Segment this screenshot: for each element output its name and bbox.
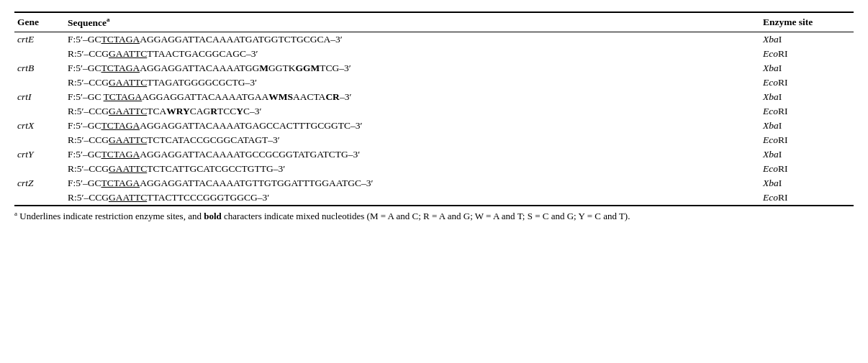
table-row-crtI: crtI F:5′–GC TCTAGAAGGAGGATTACAAAATGAAWM…: [14, 90, 854, 104]
enzyme-crtI-R: EcoRI: [760, 104, 854, 119]
header-gene: Gene: [14, 12, 65, 32]
table-row-crtE: crtE F:5′–GCTCTAGAAGGAGGATTACAAAATGATGGT…: [14, 32, 854, 47]
seq-crtZ-F: F:5′–GCTCTAGAAGGAGGATTACAAAATGTTGTGGATTT…: [65, 176, 760, 190]
enzyme-crtX-F: XbaI: [760, 119, 854, 133]
seq-crtY-F: F:5′–GCTCTAGAAGGAGGATTACAAAATGCCGCGGTATG…: [65, 147, 760, 162]
primers-table: Gene Sequencea Enzyme site crtE F:5′–GCT…: [14, 12, 854, 206]
gene-crtE: crtE: [14, 32, 65, 61]
table-row-crtB-R: R:5′–CCGGAATTCTTAGATGGGGCGCTG–3′ EcoRI: [14, 75, 854, 90]
enzyme-crtE-R: EcoRI: [760, 47, 854, 61]
gene-crtI: crtI: [14, 90, 65, 119]
table-row-crtY: crtY F:5′–GCTCTAGAAGGAGGATTACAAAATGCCGCG…: [14, 147, 854, 162]
seq-crtB-F: F:5′–GCTCTAGAAGGAGGATTACAAAATGGMGGTKGGMT…: [65, 61, 760, 75]
enzyme-crtB-F: XbaI: [760, 61, 854, 75]
enzyme-crtY-R: EcoRI: [760, 162, 854, 176]
seq-crtE-R: R:5′–CCGGAATTCTTAACTGACGGCAGC–3′: [65, 47, 760, 61]
gene-crtY: crtY: [14, 147, 65, 176]
gene-crtZ: crtZ: [14, 176, 65, 206]
seq-crtB-R: R:5′–CCGGAATTCTTAGATGGGGCGCTG–3′: [65, 75, 760, 90]
seq-crtX-R: R:5′–CCGGAATTCTCTCATACCGCGGCATAGT–3′: [65, 133, 760, 147]
header-sequence: Sequencea: [65, 12, 760, 32]
footnote-marker: a: [14, 210, 17, 217]
seq-crtE-F: F:5′–GCTCTAGAAGGAGGATTACAAAATGATGGTCTGCG…: [65, 32, 760, 47]
enzyme-crtZ-R: EcoRI: [760, 190, 854, 206]
table-row-crtI-R: R:5′–CCGGAATTCTCAWRYCAGRTCCYC–3′ EcoRI: [14, 104, 854, 119]
footnote-text: Underlines indicate restriction enzyme s…: [19, 211, 630, 221]
seq-crtY-R: R:5′–CCGGAATTCTCTCATTGCATCGCCTGTTG–3′: [65, 162, 760, 176]
table-row-crtB: crtB F:5′–GCTCTAGAAGGAGGATTACAAAATGGMGGT…: [14, 61, 854, 75]
table-row-crtE-R: R:5′–CCGGAATTCTTAACTGACGGCAGC–3′ EcoRI: [14, 47, 854, 61]
seq-crtZ-R: R:5′–CCGGAATTCTTACTTCCCGGGTGGCG–3′: [65, 190, 760, 206]
table-row-crtX: crtX F:5′–GCTCTAGAAGGAGGATTACAAAATGAGCCA…: [14, 119, 854, 133]
enzyme-crtE-F: XbaI: [760, 32, 854, 47]
seq-crtX-F: F:5′–GCTCTAGAAGGAGGATTACAAAATGAGCCACTTTG…: [65, 119, 760, 133]
table-row-crtY-R: R:5′–CCGGAATTCTCTCATTGCATCGCCTGTTG–3′ Ec…: [14, 162, 854, 176]
table-row-crtX-R: R:5′–CCGGAATTCTCTCATACCGCGGCATAGT–3′ Eco…: [14, 133, 854, 147]
enzyme-crtI-F: XbaI: [760, 90, 854, 104]
footnote: a Underlines indicate restriction enzyme…: [14, 209, 854, 224]
seq-crtI-F: F:5′–GC TCTAGAAGGAGGATTACAAAATGAAWMSAACT…: [65, 90, 760, 104]
gene-crtB: crtB: [14, 61, 65, 90]
gene-crtX: crtX: [14, 119, 65, 147]
header-enzyme: Enzyme site: [760, 12, 854, 32]
table-row-crtZ: crtZ F:5′–GCTCTAGAAGGAGGATTACAAAATGTTGTG…: [14, 176, 854, 190]
seq-crtI-R: R:5′–CCGGAATTCTCAWRYCAGRTCCYC–3′: [65, 104, 760, 119]
enzyme-crtZ-F: XbaI: [760, 176, 854, 190]
enzyme-crtX-R: EcoRI: [760, 133, 854, 147]
table-row-crtZ-R: R:5′–CCGGAATTCTTACTTCCCGGGTGGCG–3′ EcoRI: [14, 190, 854, 206]
enzyme-crtB-R: EcoRI: [760, 75, 854, 90]
enzyme-crtY-F: XbaI: [760, 147, 854, 162]
